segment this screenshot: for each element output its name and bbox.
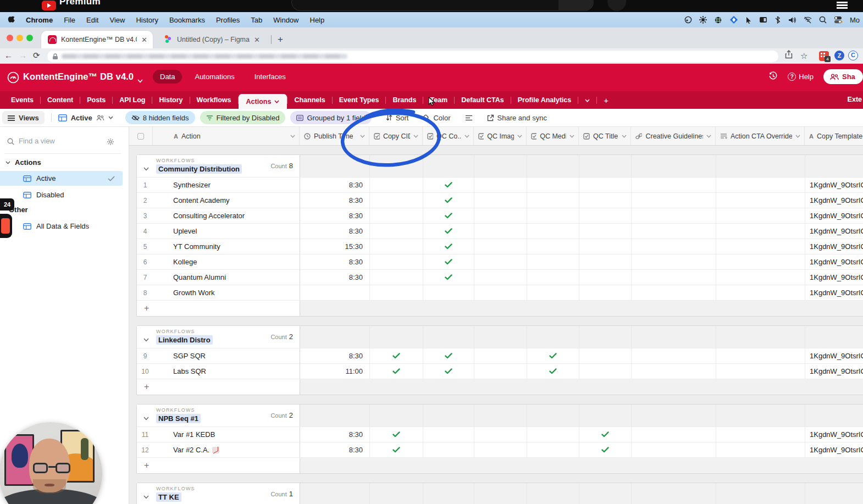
cell-copy-template[interactable]: 1KgdnW_9OtsrIGa xyxy=(805,348,863,363)
status-display-icon[interactable] xyxy=(759,16,767,24)
cell-qc_co[interactable] xyxy=(423,270,474,285)
cell-copy_cid[interactable] xyxy=(370,208,423,223)
chevron-down-icon[interactable] xyxy=(413,135,418,138)
cell-action_cta_override[interactable] xyxy=(716,193,805,208)
collapse-group-icon[interactable] xyxy=(143,417,149,420)
cell-copy-template[interactable]: 1KgdnW_9OtsrIGa xyxy=(805,427,863,442)
collapse-group-icon[interactable] xyxy=(143,495,149,499)
cell-action_cta_override[interactable] xyxy=(716,254,805,269)
tab-count-badge[interactable]: 24 xyxy=(0,198,14,211)
cell-copy-template[interactable]: 1KgdnW_9OtsrIGa xyxy=(805,178,863,192)
new-tab-button[interactable]: + xyxy=(278,34,283,45)
find-view-input[interactable] xyxy=(19,137,96,145)
cell-action-name[interactable]: SGP SQR xyxy=(153,348,300,363)
collapse-group-icon[interactable] xyxy=(143,167,149,171)
youtube-menu-icon[interactable] xyxy=(837,2,848,3)
cell-copy_cid[interactable] xyxy=(370,442,423,457)
cell-qc_title[interactable] xyxy=(579,239,632,254)
table-row[interactable]: 5YT Community15:301KgdnW_9OtsrIGa xyxy=(137,239,863,254)
cell-qc_co[interactable] xyxy=(423,427,474,442)
cell-copy-template[interactable]: 1KgdnW_9OtsrIGa xyxy=(805,285,863,300)
cell-publish-time[interactable]: 8:30 xyxy=(300,427,370,442)
browser-tab-kontentengine[interactable]: KontentEngine™ DB v4.0: Acti ✕ xyxy=(41,31,153,48)
table-tab-default-ctas[interactable]: Default CTAs xyxy=(455,96,511,104)
cell-creative_guidelines[interactable] xyxy=(632,285,716,300)
collapse-group-icon[interactable] xyxy=(143,338,149,342)
cell-qc_image[interactable] xyxy=(474,239,527,254)
menu-edit[interactable]: Edit xyxy=(81,16,104,24)
back-icon[interactable]: ← xyxy=(4,51,13,60)
cell-copy_cid[interactable] xyxy=(370,364,423,379)
cell-publish-time[interactable]: 8:30 xyxy=(300,254,370,269)
row-height-button[interactable] xyxy=(465,115,473,121)
cell-publish-time[interactable]: 11:00 xyxy=(300,364,370,379)
sort-button[interactable]: Sort xyxy=(386,114,409,122)
table-row[interactable]: 7Quantum Alumni8:301KgdnW_9OtsrIGa xyxy=(137,269,863,285)
chevron-down-icon[interactable] xyxy=(360,135,365,138)
status-diamond-icon[interactable] xyxy=(729,16,738,24)
youtube-search-button[interactable] xyxy=(558,0,594,11)
cell-qc_media[interactable] xyxy=(527,224,579,239)
column-header-qc_image[interactable]: QC Image xyxy=(474,127,527,145)
select-all-checkbox[interactable] xyxy=(129,127,153,145)
column-header-action_cta_override[interactable]: Action CTA Override xyxy=(716,127,805,145)
cell-qc_co[interactable] xyxy=(423,193,474,208)
cell-copy_cid[interactable] xyxy=(370,348,423,363)
cell-qc_title[interactable] xyxy=(579,178,632,192)
table-tab-team[interactable]: Team xyxy=(423,96,454,104)
bookmark-star-icon[interactable]: ☆ xyxy=(800,51,807,61)
cell-qc_title[interactable] xyxy=(579,442,632,457)
zoom-window-button[interactable] xyxy=(26,35,33,41)
column-header-qc_title[interactable]: QC Title xyxy=(579,127,631,145)
close-tab-icon[interactable]: ✕ xyxy=(141,36,147,44)
table-tab-events[interactable]: Events xyxy=(4,96,40,104)
chevron-down-icon[interactable] xyxy=(795,135,800,138)
table-row[interactable]: 1Synthesizer8:301KgdnW_9OtsrIGa xyxy=(137,177,863,192)
cell-publish-time[interactable]: 8:30 xyxy=(300,208,370,223)
table-tab-channels[interactable]: Channels xyxy=(287,96,331,104)
views-toggle-button[interactable]: Views xyxy=(2,111,45,124)
status-keyboard-icon[interactable] xyxy=(714,16,722,24)
extension-z-icon[interactable]: Z xyxy=(834,51,844,60)
cell-qc_co[interactable] xyxy=(423,348,474,363)
appnav-automations[interactable]: Automations xyxy=(187,70,241,84)
cell-copy_cid[interactable] xyxy=(370,178,423,192)
column-header-qc_co[interactable]: QC Co... xyxy=(423,127,474,145)
cell-qc_media[interactable] xyxy=(527,178,579,192)
chevron-down-icon[interactable] xyxy=(517,135,522,138)
cell-qc_image[interactable] xyxy=(474,254,527,269)
menu-chrome[interactable]: Chrome xyxy=(20,16,58,24)
status-headset-icon[interactable] xyxy=(684,16,692,24)
extension-c-icon[interactable]: C xyxy=(848,51,858,60)
cell-copy-template[interactable]: 1KgdnW_9OtsrIGa xyxy=(805,208,863,223)
cell-action-name[interactable]: Content Academy xyxy=(153,193,300,208)
table-tab-workflows[interactable]: Workflows xyxy=(190,96,238,104)
base-chevron-down-icon[interactable] xyxy=(137,75,143,85)
cell-qc_media[interactable] xyxy=(527,427,579,442)
cell-copy-template[interactable]: 1KgdnW_9OtsrIGa xyxy=(805,364,863,379)
share-button[interactable]: Sha xyxy=(823,69,863,84)
menu-window[interactable]: Window xyxy=(268,16,304,24)
appnav-interfaces[interactable]: Interfaces xyxy=(247,70,293,84)
cell-qc_title[interactable] xyxy=(579,348,632,363)
group-button[interactable]: Grouped by 1 field xyxy=(290,111,371,124)
chevron-down-icon[interactable] xyxy=(569,135,574,138)
share-sync-button[interactable]: Share and sync xyxy=(487,114,547,122)
cell-qc_image[interactable] xyxy=(474,193,527,208)
cell-qc_media[interactable] xyxy=(527,285,579,300)
column-header-action[interactable]: AAction xyxy=(153,127,300,145)
cell-qc_title[interactable] xyxy=(579,224,632,239)
cell-action_cta_override[interactable] xyxy=(716,348,805,363)
cell-action-name[interactable]: Growth Work xyxy=(153,285,300,300)
close-window-button[interactable] xyxy=(7,35,13,41)
history-icon[interactable] xyxy=(768,71,778,82)
minimize-window-button[interactable] xyxy=(16,35,23,41)
cell-qc_image[interactable] xyxy=(474,364,527,379)
table-tab-profile-analytics[interactable]: Profile Analytics xyxy=(511,96,578,104)
cell-copy_cid[interactable] xyxy=(370,427,423,442)
cell-creative_guidelines[interactable] xyxy=(632,193,716,208)
cell-publish-time[interactable]: 8:30 xyxy=(300,224,370,239)
cell-publish-time[interactable] xyxy=(300,285,370,300)
group-name[interactable]: Community Distribution xyxy=(156,164,242,174)
menu-profiles[interactable]: Profiles xyxy=(211,16,245,24)
